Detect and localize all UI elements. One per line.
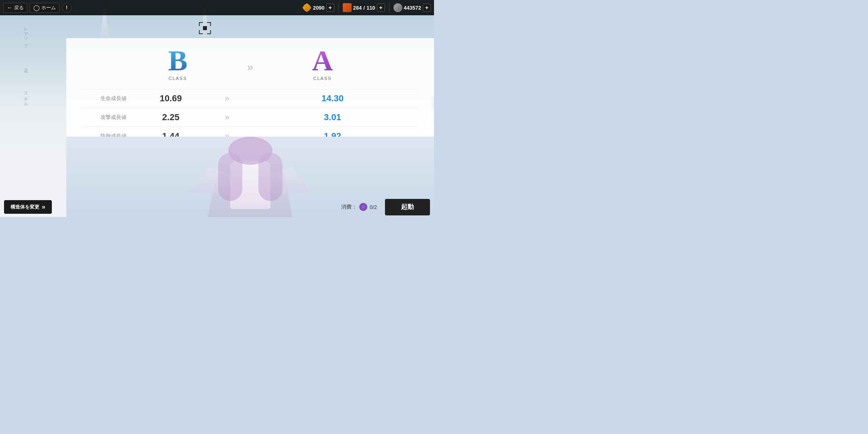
character-hair-right: [258, 153, 283, 201]
cost-icon: [359, 203, 367, 211]
resource-divider-2: [389, 3, 389, 12]
stat-label-hp: 生命成長値: [82, 95, 135, 102]
home-button[interactable]: ◯ ホーム: [30, 3, 59, 13]
medal-icon: [393, 3, 402, 12]
from-class-label: CLASS: [168, 76, 187, 81]
back-label: 戻る: [14, 4, 24, 11]
reticle-corner-br: [207, 30, 211, 34]
stamina-add-button[interactable]: +: [377, 4, 385, 12]
cost-display: 消費： 0/2: [341, 203, 377, 211]
medal-amount: 443572: [404, 5, 421, 11]
stamina-resource: 284 / 110 +: [343, 3, 385, 12]
gold-icon: [303, 3, 311, 12]
resource-divider-1: [338, 3, 339, 12]
class-arrow-col: »: [226, 61, 274, 81]
stat-from-atk: 2.25: [135, 112, 207, 123]
sidebar-item-skill[interactable]: スキル: [3, 89, 29, 104]
gold-amount: 2090: [313, 5, 325, 11]
to-class-label: CLASS: [313, 76, 332, 81]
change-structure-label: 構造体を変更: [10, 204, 39, 211]
to-class-letter: A: [312, 46, 333, 75]
stat-from-hp: 10.69: [135, 93, 207, 104]
class-header-row: B CLASS » A CLASS: [82, 46, 418, 81]
back-button[interactable]: ← 戻る: [3, 3, 27, 13]
info-icon: !: [66, 5, 68, 10]
target-reticle: [199, 22, 211, 34]
reticle-corner-tl: [199, 22, 203, 26]
stat-label-atk: 攻撃成長値: [82, 114, 135, 121]
stat-row-atk: 攻撃成長値 2.25 » 3.01: [82, 108, 418, 127]
stamina-separator: /: [363, 5, 365, 11]
gold-resource: 2090 +: [303, 3, 334, 12]
character-hair-left: [218, 153, 242, 201]
stamina-current: 284: [353, 5, 362, 11]
info-button[interactable]: !: [62, 3, 72, 12]
reticle-corner-tr: [207, 22, 211, 26]
medal-add-button[interactable]: +: [423, 4, 431, 12]
from-class-col: B CLASS: [130, 46, 226, 81]
sidebar-item-rareup[interactable]: レアップ: [3, 24, 29, 45]
reticle-center: [203, 27, 207, 30]
back-icon: ←: [7, 4, 12, 11]
home-icon: ◯: [33, 4, 40, 11]
class-arrow-icon: »: [247, 61, 254, 74]
from-class-letter: B: [168, 46, 187, 75]
to-class-col: A CLASS: [274, 46, 371, 81]
sidebar-left: レアップ 花 スキル: [0, 20, 32, 108]
home-label: ホーム: [41, 4, 56, 11]
stat-row-hp: 生命成長値 10.69 » 14.30: [82, 89, 418, 108]
cost-label: 消費：: [341, 203, 357, 211]
change-structure-button[interactable]: 構造体を変更 »: [4, 200, 52, 214]
reticle-corner-bl: [199, 30, 203, 34]
start-button[interactable]: 起動: [385, 199, 430, 215]
change-structure-arrow-icon: »: [42, 203, 45, 211]
bottom-action-bar: 構造体を変更 » 消費： 0/2 起動: [0, 197, 434, 217]
stat-to-atk: 3.01: [247, 112, 418, 123]
gold-add-button[interactable]: +: [326, 4, 334, 12]
start-button-label: 起動: [401, 203, 414, 210]
medal-resource: 443572 +: [393, 3, 431, 12]
stat-arrow-icon-hp: »: [225, 93, 229, 104]
stamina-icon: [343, 3, 352, 12]
top-navigation-bar: ← 戻る ◯ ホーム ! 2090 + 284 / 110 + 443572 +: [0, 0, 434, 15]
stat-to-hp: 14.30: [247, 93, 418, 104]
stat-arrow-atk: »: [207, 112, 247, 123]
stat-arrow-icon-atk: »: [225, 112, 229, 123]
stamina-max: 110: [366, 5, 375, 11]
stat-arrow-hp: »: [207, 93, 247, 104]
cost-value: 0/2: [370, 204, 377, 210]
